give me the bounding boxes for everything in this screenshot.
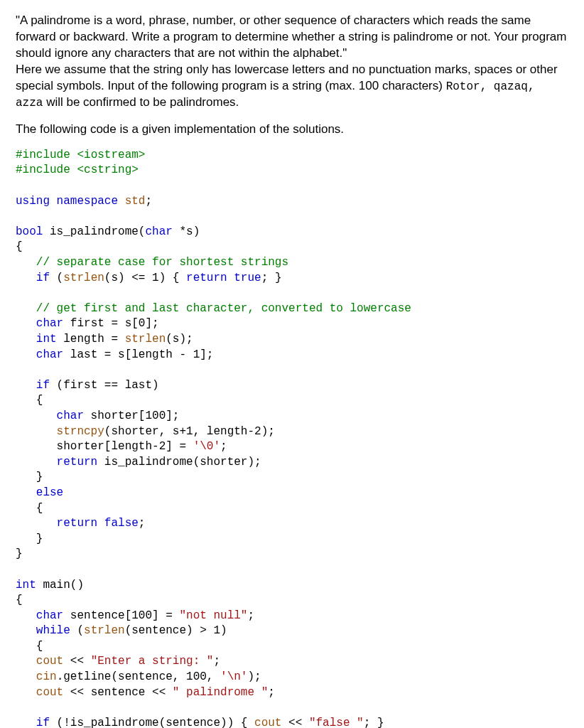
brace: } — [36, 532, 43, 545]
brace: { — [16, 594, 23, 606]
ns-std: std — [125, 195, 146, 208]
punct: ( — [139, 225, 146, 238]
op: << sentence << — [63, 686, 173, 699]
brace: { — [36, 394, 43, 407]
obj-cout: cout — [36, 686, 63, 699]
stmt: sentence[100] = — [63, 609, 179, 622]
kw-if: if — [36, 272, 50, 284]
punct: ; — [220, 440, 227, 453]
op: << — [281, 717, 308, 728]
kw-if: if — [36, 717, 50, 728]
preproc-include: #include — [16, 164, 77, 176]
kw-if: if — [36, 379, 50, 392]
stmt: length = — [57, 333, 125, 346]
punct: ; — [268, 686, 275, 699]
punct: ; } — [364, 717, 384, 728]
kw-int: int — [36, 333, 57, 346]
char-literal: '\0' — [193, 440, 220, 453]
fn-strlen: strlen — [84, 624, 125, 637]
stmt: (shorter, s+1, length-2); — [104, 425, 275, 438]
string-literal: "false " — [309, 717, 364, 728]
obj-cout: cout — [36, 655, 63, 668]
space — [227, 272, 234, 284]
string-literal: "Enter a string: " — [91, 655, 214, 668]
kw-char: char — [36, 609, 63, 622]
brace: { — [36, 502, 43, 515]
expr: (!is_palindrome(sentence)) { — [50, 717, 254, 728]
kw-false: false — [104, 517, 139, 530]
kw-else: else — [36, 486, 63, 499]
problem-statement: "A palindrome is a word, phrase, number,… — [16, 13, 568, 112]
kw-true: true — [234, 272, 261, 284]
fn-strlen: strlen — [63, 272, 104, 284]
string-literal: " palindrome " — [173, 686, 268, 699]
brace: { — [36, 640, 43, 653]
comment: // get first and last character, convert… — [36, 302, 411, 315]
char-literal: '\n' — [220, 670, 247, 683]
stmt: first = s[0]; — [63, 317, 158, 330]
punct: ; — [145, 195, 152, 208]
kw-return: return — [186, 272, 227, 284]
intro-line: The following code is a given implementa… — [16, 122, 568, 138]
stmt: (s); — [166, 333, 193, 346]
preproc-include: #include — [16, 149, 77, 161]
punct: ; — [139, 517, 146, 530]
fn-name: is_palindrome — [43, 225, 138, 238]
punct: ; — [213, 655, 220, 668]
expr: (s) <= 1) { — [104, 272, 186, 284]
expr: ( — [70, 624, 84, 637]
op: << — [63, 655, 90, 668]
fn-sig: *s) — [173, 225, 200, 238]
punct: ; } — [261, 272, 282, 284]
punct: ; — [247, 609, 254, 622]
kw-while: while — [36, 624, 70, 637]
code-block: #include <iostream> #include <cstring> u… — [16, 148, 568, 728]
brace: } — [36, 471, 43, 483]
kw-bool: bool — [16, 225, 43, 238]
comment: // separate case for shortest strings — [36, 256, 288, 269]
kw-char: char — [36, 348, 63, 361]
brace: } — [16, 547, 23, 560]
stmt: .getline(sentence, 100, — [57, 670, 220, 683]
stmt: last = s[length - 1]; — [63, 348, 213, 361]
kw-namespace: namespace — [50, 195, 125, 208]
expr: ( — [50, 272, 63, 284]
kw-char: char — [145, 225, 172, 238]
expr: (sentence) > 1) — [125, 624, 227, 637]
expr: (first == last) — [50, 379, 159, 392]
preproc-header: <cstring> — [77, 164, 138, 176]
stmt: shorter[length-2] = — [57, 440, 193, 453]
problem-quoted: "A palindrome is a word, phrase, number,… — [16, 14, 566, 60]
kw-return: return — [57, 456, 98, 469]
kw-using: using — [16, 195, 50, 208]
punct: ); — [247, 670, 261, 683]
kw-char: char — [57, 410, 84, 422]
stmt: is_palindrome(shorter); — [97, 456, 261, 469]
kw-char: char — [36, 317, 63, 330]
punct: () — [70, 579, 84, 592]
fn-strlen: strlen — [125, 333, 166, 346]
obj-cin: cin — [36, 670, 57, 683]
fn-main: main — [36, 579, 70, 592]
preproc-header: <iostream> — [77, 149, 145, 161]
string-literal: "not null" — [179, 609, 247, 622]
problem-assumption-post: will be confirmed to be palindromes. — [43, 95, 239, 109]
kw-int: int — [16, 579, 36, 592]
stmt: shorter[100]; — [84, 410, 179, 422]
brace: { — [16, 240, 23, 253]
fn-strncpy: strncpy — [57, 425, 104, 438]
kw-return: return — [57, 517, 98, 530]
obj-cout: cout — [254, 717, 281, 728]
